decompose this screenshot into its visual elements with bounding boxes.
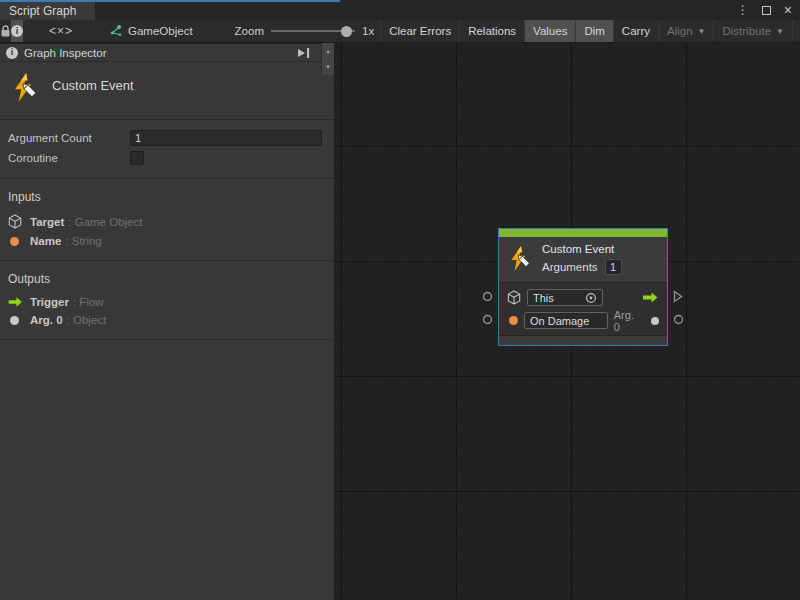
arg0-output-port[interactable] [673, 314, 684, 325]
distribute-dropdown-button[interactable]: Distribute ▼ [713, 20, 792, 42]
port-type: : Flow [73, 296, 104, 308]
event-summary: Custom Event [0, 62, 334, 120]
overview-button[interactable]: Overv [792, 20, 800, 42]
port-name: Trigger [30, 296, 69, 308]
code-view-button[interactable]: <×> [41, 20, 81, 42]
clear-errors-button[interactable]: Clear Errors [380, 20, 459, 42]
graph-canvas[interactable]: Custom Event Arguments 1 This [335, 44, 800, 600]
node-row-name: On Damage Arg. 0 [499, 309, 667, 332]
input-port-row-name: Name : String [0, 232, 334, 250]
code-icon: <×> [49, 24, 73, 38]
event-node-accent-bar [499, 229, 667, 237]
flow-arrow-icon [8, 297, 23, 307]
inputs-section: Inputs Target : Game Object Name : Strin… [0, 179, 334, 261]
window-controls: ⋮ × [737, 1, 792, 19]
zoom-label: Zoom [235, 25, 264, 37]
outputs-header: Outputs [0, 267, 334, 293]
chevron-down-icon: ▼ [776, 27, 784, 36]
window-close-icon[interactable]: × [784, 3, 792, 17]
values-toggle-button[interactable]: Values [524, 20, 575, 42]
target-object-field[interactable]: This [527, 289, 603, 306]
graph-inspector-header: i Graph Inspector [0, 44, 334, 62]
target-field-value: This [533, 292, 554, 304]
port-name: Target [30, 216, 64, 228]
node-footer [499, 335, 667, 345]
inspector-toggle-button[interactable]: i [11, 20, 23, 42]
zoom-control: Zoom 1x [227, 20, 381, 42]
event-settings: Argument Count 1 Coroutine [0, 120, 334, 179]
graph-owner-label: GameObject [128, 25, 193, 37]
node-ports: This On Damage [499, 283, 667, 335]
port-name: Name [30, 235, 61, 247]
event-name-field[interactable]: On Damage [524, 312, 608, 329]
node-title: Custom Event [542, 243, 622, 255]
input-port-row-target: Target : Game Object [0, 211, 334, 232]
event-title: Custom Event [52, 78, 134, 93]
coroutine-label: Coroutine [8, 152, 130, 164]
carry-button[interactable]: Carry [613, 20, 658, 42]
node-arguments-label: Arguments [542, 261, 598, 273]
object-dot-icon [651, 317, 659, 325]
relations-button[interactable]: Relations [459, 20, 524, 42]
info-icon: i [11, 25, 23, 37]
coroutine-checkbox[interactable] [130, 151, 144, 165]
tab-bar: Script Graph ⋮ × [0, 0, 800, 20]
graph-owner-button[interactable]: GameObject [101, 20, 201, 42]
arg0-output-label: Arg. 0 [614, 309, 643, 333]
tab-title: Script Graph [9, 4, 76, 18]
string-dot-icon [509, 316, 518, 325]
align-label: Align [667, 25, 693, 37]
window-maximize-icon[interactable] [762, 6, 771, 15]
string-dot-icon [10, 237, 19, 246]
custom-event-icon [10, 73, 40, 103]
node-arguments-input[interactable]: 1 [605, 259, 622, 275]
port-type: : Object [67, 314, 107, 326]
object-dot-icon [10, 316, 19, 325]
outputs-section: Outputs Trigger : Flow Arg. 0 : Object [0, 261, 334, 340]
tab-script-graph[interactable]: Script Graph [0, 2, 95, 20]
output-port-row-trigger: Trigger : Flow [0, 293, 334, 311]
zoom-slider-handle[interactable] [341, 26, 352, 37]
coroutine-row: Coroutine [0, 148, 334, 168]
zoom-slider[interactable] [271, 30, 355, 32]
scroll-up-icon[interactable]: ▲ [322, 43, 334, 59]
argument-count-row: Argument Count 1 [0, 128, 334, 148]
target-input-port[interactable] [482, 291, 493, 302]
graph-inspector-panel: i Graph Inspector ▲ ▼ [0, 44, 335, 600]
lock-icon [0, 25, 11, 38]
port-type: : String [65, 235, 101, 247]
chevron-down-icon: ▼ [698, 27, 706, 36]
cube-icon [8, 214, 22, 229]
toolbar-button-cluster: Clear Errors Relations Values Dim Carry … [380, 20, 800, 42]
argument-count-input[interactable]: 1 [130, 130, 322, 146]
node-header[interactable]: Custom Event Arguments 1 [499, 237, 667, 283]
name-input-port[interactable] [482, 314, 493, 325]
inputs-header: Inputs [0, 185, 334, 211]
dim-toggle-button[interactable]: Dim [575, 20, 612, 42]
flow-arrow-icon [642, 292, 659, 303]
inspector-scrollbar[interactable]: ▲ ▼ [321, 43, 334, 75]
custom-event-node[interactable]: Custom Event Arguments 1 This [498, 228, 668, 346]
window-menu-icon[interactable]: ⋮ [737, 4, 749, 16]
graph-toolbar: i <×> GameObject Zoom 1x Clear Errors Re… [0, 20, 800, 43]
align-dropdown-button[interactable]: Align ▼ [658, 20, 714, 42]
distribute-label: Distribute [722, 25, 771, 37]
panel-collapse-button[interactable] [297, 48, 310, 58]
node-row-target: This [499, 286, 667, 309]
script-graph-window: Script Graph ⋮ × i <×> [0, 0, 800, 600]
lock-button[interactable] [0, 20, 11, 42]
object-picker-icon[interactable] [585, 292, 597, 304]
output-port-row-arg0: Arg. 0 : Object [0, 311, 334, 329]
graph-nodes-icon [109, 24, 123, 38]
port-type: : Game Object [68, 216, 142, 228]
main-area: i Graph Inspector ▲ ▼ [0, 44, 800, 600]
custom-event-icon [507, 246, 533, 272]
cube-icon [507, 290, 521, 305]
scroll-down-icon[interactable]: ▼ [322, 59, 334, 75]
argument-count-label: Argument Count [8, 132, 130, 144]
graph-inspector-title: Graph Inspector [24, 47, 106, 59]
trigger-output-port[interactable] [673, 290, 683, 303]
port-name: Arg. 0 [30, 314, 63, 326]
event-name-value: On Damage [530, 315, 589, 327]
zoom-value: 1x [362, 25, 374, 37]
